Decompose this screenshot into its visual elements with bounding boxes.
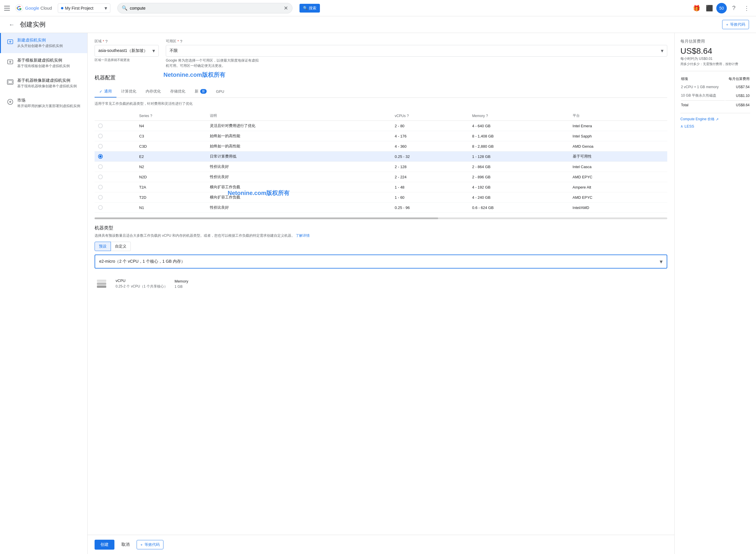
compute-engine-price-link[interactable]: Compute Engine 价格 ↗	[681, 117, 750, 122]
gift-icon-btn[interactable]: 🎁	[691, 2, 702, 14]
series-name-C3D: C3D	[139, 144, 147, 149]
radio-T2D[interactable]	[98, 195, 103, 200]
radio-E2[interactable]	[98, 154, 103, 159]
tab-gpu[interactable]: GPU	[211, 86, 229, 98]
sidebar-item-image-vm[interactable]: 基于机器映像新建虚拟机实例 基于现有机器映像创建单个虚拟机实例	[0, 73, 87, 94]
content-wrap: Netonine.com版权所有 Netonine.com版权所有 区域 * ?…	[88, 33, 674, 554]
region-chevron-icon: ▾	[152, 48, 155, 54]
radio-N4[interactable]	[98, 123, 103, 128]
tab-memory[interactable]: 内存优化	[141, 86, 165, 98]
table-row[interactable]: N2D 性价比良好 2 - 224 2 - 896 GB AMD EPYC	[95, 172, 667, 182]
series-memory-T2A: 4 - 192 GB	[469, 182, 569, 192]
zone-form-group: 可用区 * ? 不限 ▾ Google 将为您选择一个可用区，以便最大限度地保证…	[166, 39, 667, 68]
cost-item: 10 GB 平衡永久性磁盘	[681, 91, 725, 100]
series-vcpus-N2: 2 - 128	[391, 162, 469, 172]
more-options-icon-btn[interactable]: ⋮	[741, 2, 753, 14]
tab-storage[interactable]: 存储优化	[165, 86, 190, 98]
series-platform-C3: Intel Sapph	[569, 131, 667, 141]
logo-text: Google Cloud	[25, 6, 52, 10]
notification-badge[interactable]: 50	[716, 3, 727, 13]
table-row[interactable]: N1 性价比良好 0.25 - 96 0.6 - 624 GB Intel/AM…	[95, 203, 667, 213]
col-platform: 平台	[569, 111, 667, 121]
tab-compute[interactable]: 计算优化	[116, 86, 141, 98]
machine-stack-icon	[95, 277, 109, 291]
radio-T2A[interactable]	[98, 185, 103, 189]
table-row[interactable]: T2D 横向扩容工作负载 1 - 60 4 - 240 GB AMD EPYC	[95, 192, 667, 203]
col-desc: 说明	[206, 111, 391, 121]
region-label: 区域 * ?	[95, 39, 159, 44]
sidebar-item-template-vm[interactable]: 基于模板新建虚拟机实例 基于现有模板创建单个虚拟机实例	[0, 53, 87, 73]
vcpus-help-icon[interactable]: ?	[407, 114, 409, 118]
series-platform-N2D: AMD EPYC	[569, 172, 667, 182]
google-cloud-logo: Google Cloud	[15, 4, 52, 12]
table-row[interactable]: N4 灵活且针对费用进行了优化 2 - 80 4 - 640 GB Intel …	[95, 121, 667, 131]
cost-title: 每月估算费用	[681, 39, 750, 44]
hamburger-menu[interactable]	[3, 5, 10, 12]
series-name-T2D: T2D	[139, 195, 147, 200]
table-row[interactable]: N2 性价比良好 2 - 128 2 - 864 GB Intel Casca	[95, 162, 667, 172]
memory-help-icon[interactable]: ?	[486, 114, 488, 118]
project-dot-icon	[61, 7, 63, 9]
project-chevron-icon: ▾	[105, 5, 107, 11]
zone-desc: Google 将为您选择一个可用区，以便最大限度地保证有虚拟机可用。可用区一经确…	[166, 58, 259, 68]
radio-N2D[interactable]	[98, 174, 103, 179]
chevron-up-icon: ∧	[681, 124, 683, 128]
table-row[interactable]: C3D 始终如一的高性能 4 - 360 8 - 2,880 GB AMD Ge…	[95, 141, 667, 152]
zone-help-icon[interactable]: ?	[180, 39, 182, 44]
table-row[interactable]: E2 日常计算费用低 0.25 - 32 1 - 128 GB 基于可用性	[95, 152, 667, 162]
region-required: *	[103, 40, 104, 44]
preset-tab[interactable]: 预设	[95, 242, 111, 251]
custom-tab[interactable]: 自定义	[111, 242, 131, 251]
zone-chevron-icon: ▾	[661, 48, 663, 54]
svg-rect-12	[97, 280, 106, 282]
table-row[interactable]: C3 始终如一的高性能 4 - 176 8 - 1,408 GB Intel S…	[95, 131, 667, 141]
region-value: asia-southeast1（新加坡）	[98, 48, 150, 53]
search-button[interactable]: 🔍 搜索	[300, 4, 320, 12]
create-button[interactable]: 创建	[95, 540, 114, 550]
region-help-icon[interactable]: ?	[105, 39, 108, 44]
series-vcpus-T2D: 1 - 60	[391, 192, 469, 203]
radio-C3[interactable]	[98, 134, 103, 138]
region-select[interactable]: asia-southeast1（新加坡） ▾	[95, 45, 159, 57]
sidebar-item-new-vm[interactable]: 新建虚拟机实例 从头开始创建单个虚拟机实例	[0, 33, 87, 53]
back-button[interactable]: ←	[7, 20, 16, 29]
terminal-icon-btn[interactable]: ⬛	[703, 2, 715, 14]
machine-type-select[interactable]: e2-micro（2 个 vCPU，1 个核心，1 GB 内存） ▾	[95, 255, 667, 269]
tab-general[interactable]: ✓ 通用	[95, 86, 116, 98]
table-row[interactable]: T2A 横向扩容工作负载 1 - 48 4 - 192 GB Ampere Al…	[95, 182, 667, 192]
series-memory-T2D: 4 - 240 GB	[469, 192, 569, 203]
zone-select[interactable]: 不限 ▾	[166, 45, 667, 57]
cost-value: US$7.54	[725, 83, 750, 91]
series-memory-E2: 1 - 128 GB	[469, 152, 569, 162]
cancel-button[interactable]: 取消	[118, 540, 133, 550]
radio-N2[interactable]	[98, 164, 103, 169]
project-selector[interactable]: My First Project ▾	[58, 3, 110, 13]
machine-type-label: 机器类型	[95, 225, 667, 231]
series-desc-T2A: 横向扩容工作负载	[206, 182, 391, 192]
help-icon-btn[interactable]: ?	[728, 2, 740, 14]
series-desc-N2D: 性价比良好	[206, 172, 391, 182]
equiv-code-icon: +	[726, 22, 728, 27]
equiv-code-bottom-button[interactable]: + 等效代码	[137, 540, 163, 549]
project-name: My First Project	[65, 6, 93, 10]
sidebar-item-template-vm-title: 基于模板新建虚拟机实例	[17, 58, 70, 63]
series-platform-N4: Intel Emera	[569, 121, 667, 131]
learn-more-link[interactable]: 了解详情	[296, 233, 310, 237]
memory-spec-label: Memory	[174, 279, 188, 283]
sidebar-item-marketplace[interactable]: 市场 将开箱即用的解决方案部署到虚拟机实例	[0, 93, 87, 113]
series-memory-N1: 0.6 - 624 GB	[469, 203, 569, 213]
equiv-code-header-button[interactable]: + 等效代码	[722, 20, 749, 29]
sidebar-item-image-vm-title: 基于机器映像新建虚拟机实例	[17, 78, 77, 83]
tab-new[interactable]: 新 新	[190, 86, 211, 98]
sidebar-item-marketplace-desc: 将开箱即用的解决方案部署到虚拟机实例	[17, 104, 80, 109]
radio-N1[interactable]	[98, 205, 103, 210]
series-table-scroll: Series ? 说明 vCPUs ?	[95, 111, 667, 217]
search-input[interactable]	[130, 6, 284, 10]
search-clear-icon[interactable]: ✕	[284, 5, 288, 11]
external-link-icon: ↗	[716, 117, 719, 121]
less-link[interactable]: ∧ LESS	[681, 124, 750, 128]
series-help-icon[interactable]: ?	[150, 114, 152, 118]
tab-general-label: ✓	[99, 89, 102, 94]
radio-C3D[interactable]	[98, 144, 103, 149]
cost-item: 2 vCPU + 1 GB memory	[681, 83, 725, 91]
